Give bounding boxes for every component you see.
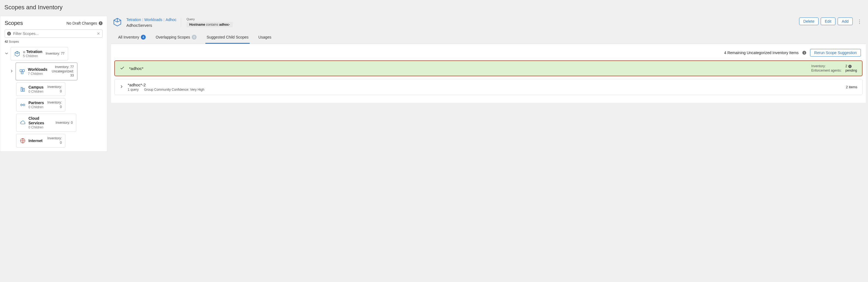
tab-usages[interactable]: Usages	[257, 32, 272, 44]
rerun-suggestion-button[interactable]: Rerun Scope Suggestion	[810, 49, 861, 57]
scope-children: 0 Children	[28, 90, 43, 94]
breadcrumb-tetration[interactable]: Tetration	[126, 17, 141, 22]
svg-rect-3	[21, 87, 23, 91]
info-icon[interactable]: i	[848, 65, 851, 68]
query-value: adhoc-	[219, 23, 230, 27]
draft-status: No Draft Changes i	[66, 21, 102, 26]
suggestion-row-adhoc-2[interactable]: *adhoc*-2 1 query Group Community Confid…	[114, 79, 863, 95]
info-icon[interactable]: i	[802, 51, 806, 55]
query-chip: Hostname contains adhoc-	[187, 22, 233, 27]
selected-scope-name: AdhocServers	[126, 23, 176, 28]
scope-children: 0 Children	[28, 126, 53, 129]
scope-name: Tetration	[26, 49, 42, 54]
sidebar-title: Scopes	[5, 20, 23, 26]
scope-uncategorized: Uncategorized: 33	[50, 69, 74, 78]
draft-status-text: No Draft Changes	[66, 21, 97, 26]
filter-scopes-input[interactable]	[13, 31, 95, 36]
filter-scopes-input-wrapper[interactable]: i ✕	[5, 30, 102, 38]
svg-rect-1	[23, 69, 24, 71]
scope-count-label: Scopes	[9, 40, 19, 43]
cloud-icon	[20, 120, 26, 126]
tab-overlapping-scopes[interactable]: Overlapping Scopes 0	[155, 32, 198, 44]
chevron-right-icon[interactable]	[120, 85, 123, 90]
cube-icon	[14, 51, 20, 57]
suggested-scopes-content: 4 Remaining Uncategorized Inventory Item…	[111, 44, 866, 103]
svg-rect-0	[20, 69, 22, 71]
main-header: Tetration:Workloads:Adhoc AdhocServers Q…	[111, 16, 866, 32]
scope-node-campus[interactable]: Campus 0 Children Inventory: 0	[16, 82, 65, 96]
scope-node-internet[interactable]: Internet Inventory: 0	[16, 134, 65, 147]
tab-count-badge: 0	[192, 35, 197, 40]
scope-node-cloud-services[interactable]: Cloud Services 0 Children Inventory: 0	[16, 114, 76, 132]
enforcement-label: Enforcement agents:	[811, 69, 842, 72]
query-label: Query	[187, 17, 233, 21]
scope-node-partners[interactable]: Partners 0 Children Inventory: 0	[16, 98, 65, 111]
suggestion-row-adhoc[interactable]: *adhoc* Inventory: 2i Enforcement agents…	[114, 60, 863, 76]
delete-button[interactable]: Delete	[799, 17, 818, 25]
header-actions: Delete Edit Add ⋮	[799, 17, 864, 26]
tab-suggested-child-scopes[interactable]: Suggested Child Scopes	[206, 32, 249, 44]
scope-inventory: Inventory: 0	[56, 121, 73, 125]
info-icon[interactable]: i	[99, 21, 102, 25]
remaining-uncategorized-text: 4 Remaining Uncategorized Inventory Item…	[724, 50, 799, 55]
edit-button[interactable]: Edit	[821, 17, 835, 25]
grid-icon: ⊞	[23, 50, 25, 54]
scope-inventory: Inventory: 77	[46, 51, 65, 56]
scope-name: Workloads	[28, 67, 47, 72]
scope-inventory: Inventory: 0	[46, 85, 62, 94]
query-block: Query Hostname contains adhoc-	[181, 17, 233, 27]
scope-name: Campus	[28, 85, 43, 90]
tab-count-badge: 4	[141, 35, 146, 40]
scopes-sidebar: Scopes No Draft Changes i i ✕ 42 Scopes	[0, 16, 107, 152]
scope-tree: ⊞Tetration 5 Children Inventory: 77	[5, 47, 102, 147]
breadcrumb: Tetration:Workloads:Adhoc	[126, 17, 176, 22]
suggestion-name: *adhoc*-2	[128, 82, 204, 87]
query-operator: contains	[206, 23, 218, 27]
tab-all-inventory[interactable]: All Inventory 4	[117, 32, 147, 44]
tab-label: Overlapping Scopes	[156, 35, 190, 39]
suggestion-item-count: 2 items	[846, 85, 857, 89]
tab-label: All Inventory	[118, 35, 139, 39]
scope-icon	[113, 17, 122, 28]
scope-node-tetration[interactable]: ⊞Tetration 5 Children Inventory: 77	[11, 47, 68, 60]
tab-label: Suggested Child Scopes	[207, 35, 248, 39]
suggestion-query-count: 1 query	[128, 88, 138, 92]
globe-icon	[20, 138, 26, 144]
inventory-label: Inventory:	[811, 64, 842, 68]
tab-label: Usages	[258, 35, 271, 39]
svg-rect-2	[21, 72, 23, 73]
scope-name: Cloud Services	[28, 116, 53, 126]
tabs: All Inventory 4 Overlapping Scopes 0 Sug…	[111, 32, 866, 44]
breadcrumb-workloads[interactable]: Workloads	[145, 17, 162, 22]
handshake-icon	[20, 102, 26, 108]
check-icon	[120, 66, 125, 71]
suggestion-name: *adhoc*	[129, 66, 144, 71]
scope-children: 5 Children	[23, 54, 43, 58]
query-field: Hostname	[189, 23, 205, 27]
scope-count: 42 Scopes	[5, 40, 102, 43]
more-menu-icon[interactable]: ⋮	[855, 17, 864, 26]
scope-children: 0 Children	[28, 105, 44, 109]
scope-name: Internet	[28, 139, 42, 143]
suggestion-confidence: Group Community Confidence: Very High	[144, 88, 204, 92]
expand-icon[interactable]	[9, 69, 13, 74]
scope-inventory: Inventory: 77	[50, 65, 74, 69]
scope-inventory: Inventory: 0	[47, 101, 62, 109]
scope-inventory: Inventory: 0	[45, 136, 62, 145]
breadcrumb-adhoc[interactable]: Adhoc	[165, 17, 176, 22]
clear-icon[interactable]: ✕	[97, 31, 100, 36]
building-icon	[20, 86, 26, 92]
scope-count-number: 42	[5, 40, 8, 43]
main-panel: Tetration:Workloads:Adhoc AdhocServers Q…	[111, 16, 868, 152]
filter-info-icon: i	[7, 32, 11, 36]
add-button[interactable]: Add	[838, 17, 853, 25]
scope-name: Partners	[28, 101, 44, 105]
scope-children: 7 Children	[28, 72, 47, 76]
enforcement-value: pending	[845, 69, 857, 72]
scope-node-workloads[interactable]: Workloads 7 Children Inventory: 77 Uncat…	[16, 63, 78, 80]
workloads-icon	[19, 69, 25, 75]
page-title: Scopes and Inventory	[0, 0, 868, 16]
inventory-value: 2i	[845, 64, 857, 68]
collapse-icon[interactable]	[5, 51, 8, 56]
